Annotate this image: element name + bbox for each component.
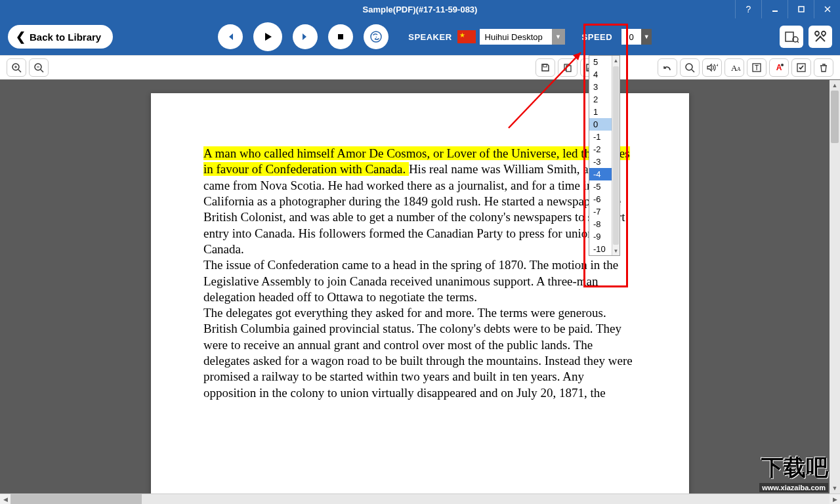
svg-point-29 (781, 64, 784, 66)
svg-text:A: A (737, 66, 740, 72)
maximize-button[interactable] (788, 0, 814, 18)
vscroll-thumb[interactable] (831, 91, 839, 143)
titlebar: Sample(PDF)(#17-11-59-083) ? (0, 0, 840, 18)
stop-button[interactable] (328, 24, 353, 49)
scroll-right-icon[interactable]: ▶ (830, 494, 840, 504)
highlight-button[interactable]: A (769, 58, 789, 77)
check-button[interactable] (791, 58, 811, 77)
svg-line-22 (692, 70, 694, 72)
main-toolbar: ❮ Back to Library ♪ SPEAKER Huihui Deskt… (0, 18, 840, 55)
svg-text:T: T (755, 64, 759, 72)
text-size-button[interactable]: AA (724, 58, 744, 77)
svg-rect-1 (799, 7, 804, 12)
speed-option[interactable]: -7 (589, 205, 612, 218)
svg-rect-7 (786, 32, 793, 41)
play-button[interactable] (253, 22, 282, 51)
speed-option[interactable]: -3 (589, 156, 612, 168)
watermark-text: 下载吧 (759, 453, 828, 483)
scroll-up-arrow[interactable]: ▲ (612, 56, 620, 65)
horizontal-scrollbar[interactable]: ◀ ▶ (0, 494, 840, 504)
scroll-thumb[interactable] (613, 66, 619, 245)
search-button[interactable] (680, 58, 700, 77)
save-button[interactable] (536, 58, 555, 77)
scroll-up-icon[interactable]: ▲ (830, 80, 840, 91)
secondary-toolbar: + AA T A (0, 55, 840, 80)
dropdown-scrollbar[interactable]: ▲ ▼ (612, 56, 620, 255)
speed-dropdown-arrow[interactable]: ▼ (641, 29, 652, 45)
vertical-scrollbar[interactable]: ▲ ▼ (830, 80, 840, 494)
copy-button[interactable] (558, 58, 578, 77)
speed-option[interactable]: 0 (589, 118, 612, 131)
tools-button[interactable] (808, 26, 832, 48)
window-title: Sample(PDF)(#17-11-59-083) (363, 5, 478, 14)
back-label: Back to Library (30, 32, 101, 43)
svg-line-11 (18, 70, 21, 72)
document-text[interactable]: A man who called himself Amor De Cosmos,… (203, 146, 637, 401)
previous-button[interactable] (218, 24, 243, 49)
page-mode-button[interactable] (780, 26, 803, 48)
hscroll-thumb[interactable] (10, 494, 142, 504)
speed-value: 0 (621, 29, 641, 45)
svg-point-21 (686, 64, 692, 70)
minimize-button[interactable] (761, 0, 788, 18)
window-buttons: ? (735, 0, 840, 18)
speed-option[interactable]: -1 (589, 131, 612, 143)
svg-line-15 (41, 70, 43, 72)
audio-convert-button[interactable]: ♪ (364, 24, 388, 49)
china-flag-icon (457, 30, 476, 43)
speed-option[interactable]: 4 (589, 68, 612, 81)
volume-button[interactable]: + (702, 58, 722, 77)
speed-selector[interactable]: 0 ▼ (621, 29, 652, 45)
delete-button[interactable] (814, 58, 833, 77)
next-button[interactable] (293, 24, 318, 49)
paragraph-3: The delegates got everything they asked … (203, 306, 633, 400)
speed-option[interactable]: 2 (589, 93, 612, 106)
zoom-in-button[interactable] (7, 58, 26, 77)
document-area: A man who called himself Amor De Cosmos,… (0, 80, 840, 494)
chevron-left-icon: ❮ (16, 30, 26, 44)
speaker-dropdown-arrow[interactable]: ▼ (552, 29, 565, 45)
speaker-selector[interactable]: Huihui Desktop ▼ (457, 28, 565, 46)
watermark: 下载吧 www.xiazaiba.com (759, 453, 828, 492)
scroll-down-arrow[interactable]: ▼ (612, 246, 620, 255)
speaker-label: SPEAKER (408, 32, 452, 42)
speed-option[interactable]: 5 (589, 56, 612, 68)
svg-text:♪: ♪ (375, 35, 377, 39)
zoom-out-button[interactable] (29, 58, 49, 77)
scroll-left-icon[interactable]: ◀ (0, 494, 10, 504)
speed-option[interactable]: -8 (589, 218, 612, 230)
paragraph-2: The issue of Confederation came to a hea… (203, 258, 618, 304)
scroll-down-icon[interactable]: ▼ (830, 483, 840, 494)
speed-option[interactable]: 3 (589, 81, 612, 93)
speed-option[interactable]: -6 (589, 193, 612, 205)
speed-option[interactable]: -9 (589, 230, 612, 243)
speed-option[interactable]: -10 (589, 243, 612, 255)
close-button[interactable] (814, 0, 840, 18)
svg-rect-19 (566, 66, 571, 72)
svg-rect-4 (338, 34, 343, 39)
speed-dropdown-list[interactable]: ▲ ▼ 543210-1-2-3-4-5-6-7-8-9-10 (589, 55, 620, 256)
speaker-value: Huihui Desktop (480, 29, 552, 45)
speed-label: SPEED (582, 32, 613, 42)
paragraph-1-rest: His real name was William Smith, and he … (203, 162, 625, 256)
speed-option[interactable]: -2 (589, 143, 612, 156)
text-insert-button[interactable]: T (747, 58, 766, 77)
speed-option[interactable]: -4 (589, 168, 612, 180)
svg-text:+: + (716, 62, 718, 68)
svg-line-9 (797, 41, 799, 43)
watermark-url: www.xiazaiba.com (759, 483, 828, 492)
back-to-library-button[interactable]: ❮ Back to Library (8, 25, 113, 49)
undo-button[interactable] (658, 58, 677, 77)
speed-option[interactable]: -5 (589, 180, 612, 193)
speed-option[interactable]: 1 (589, 106, 612, 118)
help-button[interactable]: ? (735, 0, 761, 18)
